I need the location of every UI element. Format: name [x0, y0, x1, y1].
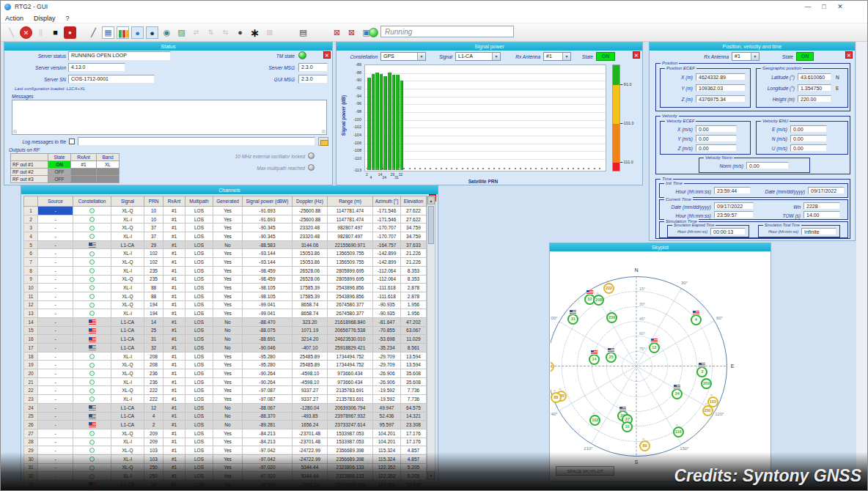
signal-power-cell[interactable]: -90.264: [243, 369, 293, 378]
elevation-cell[interactable]: 13.594: [401, 352, 427, 361]
multipath-cell[interactable]: LOS: [185, 446, 213, 455]
signal-power-cell[interactable]: -95.280: [243, 361, 293, 369]
signal-power-cell[interactable]: -88.583: [243, 240, 293, 249]
range-cell[interactable]: 22155690.971: [328, 240, 373, 249]
signal-power-cell[interactable]: -98.105: [243, 292, 293, 300]
signal-cell[interactable]: XL-I: [111, 249, 144, 258]
row-number[interactable]: 32: [24, 472, 38, 481]
server-status-field[interactable]: RUNNING OPEN LOOP: [68, 51, 171, 61]
rxant-cell[interactable]: #1: [163, 300, 185, 309]
range-cell[interactable]: 1734494.752: [328, 361, 373, 369]
multipath-cell[interactable]: LOS: [185, 207, 213, 215]
azimuth-cell[interactable]: -19.592: [373, 386, 401, 395]
source-cell[interactable]: -: [38, 215, 73, 224]
doppler-cell[interactable]: 23320.48: [293, 232, 328, 241]
prn-cell[interactable]: 2: [144, 421, 163, 429]
range-cell[interactable]: 2356689.398: [328, 454, 373, 463]
range-cell[interactable]: 20639306.794: [328, 403, 373, 412]
constellation-cell[interactable]: [73, 232, 111, 241]
run-status-field[interactable]: Running: [380, 26, 514, 37]
value-field[interactable]: 0.00: [696, 125, 737, 133]
value-field[interactable]: 4624332.89: [696, 73, 746, 81]
source-cell[interactable]: -: [38, 429, 73, 438]
multipath-cell[interactable]: LOS: [185, 403, 213, 412]
row-number[interactable]: 30: [24, 454, 38, 463]
source-cell[interactable]: -: [38, 292, 73, 300]
range-cell[interactable]: 2356689.398: [328, 446, 373, 455]
rf-band-cell[interactable]: XL: [97, 161, 119, 169]
current-date-field[interactable]: 09/17/2022: [714, 202, 754, 210]
rf-rxant-cell[interactable]: [71, 169, 97, 176]
azimuth-cell[interactable]: 124.566: [373, 481, 401, 490]
multipath-cell[interactable]: LOS: [185, 369, 213, 378]
constellation-cell[interactable]: [73, 292, 111, 300]
azimuth-cell[interactable]: -171.546: [373, 207, 401, 215]
signal-cell[interactable]: XL-Q: [111, 446, 144, 455]
azimuth-cell[interactable]: 52.436: [373, 412, 401, 421]
prn-cell[interactable]: 31: [144, 335, 163, 344]
azimuth-cell[interactable]: -26.906: [373, 377, 401, 386]
azimuth-cell[interactable]: -29.709: [373, 361, 401, 369]
doppler-cell[interactable]: -23701.48: [293, 438, 328, 446]
rxant-cell[interactable]: #1: [163, 481, 185, 490]
signal-power-cell[interactable]: -97.020: [243, 463, 293, 472]
source-cell[interactable]: -: [38, 386, 73, 395]
signal-power-cell[interactable]: -97.042: [243, 446, 293, 455]
signal-cell[interactable]: XL-Q: [111, 300, 144, 309]
signal-power-cell[interactable]: -98.105: [243, 284, 293, 292]
rxant-cell[interactable]: #1: [163, 429, 185, 438]
constellation-cell[interactable]: [73, 377, 111, 386]
prn-cell[interactable]: 14: [144, 317, 163, 326]
doppler-cell[interactable]: -493.85: [293, 412, 328, 421]
range-cell[interactable]: 20656776.538: [328, 326, 373, 335]
elevation-cell[interactable]: 37.633: [401, 240, 427, 249]
azimuth-cell[interactable]: -164.757: [373, 240, 401, 249]
elevation-cell[interactable]: 34.759: [401, 224, 427, 232]
generated-cell[interactable]: Yes: [213, 446, 243, 455]
rxant-cell[interactable]: #1: [163, 386, 185, 395]
multipath-cell[interactable]: LOS: [185, 240, 213, 249]
constellation-cell[interactable]: [73, 215, 111, 224]
elevation-cell[interactable]: 1.956: [401, 309, 427, 318]
satellite-marker[interactable]: 250≈: [702, 405, 713, 416]
row-number[interactable]: 8: [24, 266, 38, 275]
generated-cell[interactable]: Yes: [213, 300, 243, 309]
row-number[interactable]: 3: [24, 224, 38, 232]
source-cell[interactable]: -: [38, 284, 73, 292]
constellation-cell[interactable]: [73, 240, 111, 249]
source-cell[interactable]: -: [38, 446, 73, 455]
rxant-cell[interactable]: #1: [163, 326, 185, 335]
range-cell[interactable]: 2674580.377: [328, 309, 373, 318]
range-cell[interactable]: 2323806.133: [328, 463, 373, 472]
elevation-cell[interactable]: 35.608: [401, 369, 427, 378]
rf-band-cell[interactable]: [97, 169, 119, 176]
signal-power-cell[interactable]: -84.213: [243, 429, 293, 438]
generated-cell[interactable]: Yes: [213, 352, 243, 361]
constellation-select[interactable]: GPS ▼: [380, 52, 426, 61]
rxant-cell[interactable]: #1: [163, 224, 185, 232]
doppler-cell[interactable]: 15053.86: [293, 249, 328, 258]
elevation-cell[interactable]: 2.878: [401, 284, 427, 292]
signal-cell[interactable]: L1-CA: [111, 240, 144, 249]
value-field[interactable]: 0.00: [790, 125, 827, 133]
maximize-button[interactable]: □: [816, 1, 832, 12]
scrollbar-thumb[interactable]: [428, 206, 434, 244]
azimuth-cell[interactable]: -90.935: [373, 300, 401, 309]
azimuth-cell[interactable]: -53.698: [373, 335, 401, 344]
signal-power-cell[interactable]: -90.046: [243, 344, 293, 352]
signal-cell[interactable]: XL-I: [111, 232, 144, 241]
signal-power-cell[interactable]: -90.345: [243, 224, 293, 232]
rx-antenna-select[interactable]: #1 ▼: [732, 52, 760, 61]
generated-cell[interactable]: Yes: [213, 275, 243, 284]
signal-cell[interactable]: XL-I: [111, 395, 144, 404]
prn-cell[interactable]: 88: [144, 284, 163, 292]
row-number[interactable]: 21: [24, 377, 38, 386]
azimuth-cell[interactable]: 122.352: [373, 472, 401, 481]
range-cell[interactable]: 24623530.010: [328, 335, 373, 344]
signal-power-cell[interactable]: -84.213: [243, 438, 293, 446]
generated-cell[interactable]: Yes: [213, 377, 243, 386]
row-number[interactable]: 31: [24, 463, 38, 472]
channels-table-icon[interactable]: ▦: [102, 26, 114, 39]
doppler-cell[interactable]: 25485.89: [293, 361, 328, 369]
azimuth-cell[interactable]: -70.855: [373, 326, 401, 335]
